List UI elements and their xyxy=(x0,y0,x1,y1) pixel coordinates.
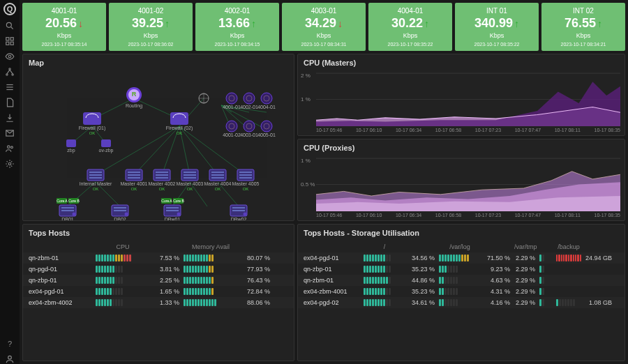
svg-text:OK: OK xyxy=(93,187,99,191)
map-body[interactable]: R Routing Firewall (01) OK Firewall (02)… xyxy=(23,71,294,221)
kpi-card[interactable]: 4001-02 39.25↑ Kbps 2023-10-17 08:36:02 xyxy=(109,3,193,51)
node-routing[interactable]: R Routing xyxy=(126,87,142,109)
svg-text:Core A: Core A xyxy=(57,199,68,203)
app-logo[interactable]: Q xyxy=(3,3,16,15)
list-icon[interactable] xyxy=(5,82,15,92)
root-value: 35.23 % xyxy=(410,266,435,273)
svg-line-10 xyxy=(7,70,10,74)
tmp-value: 2.29 % xyxy=(514,255,535,261)
kpi-card[interactable]: INT 01 340.99↑ Kbps 2023-10-17 08:35:22 xyxy=(455,3,539,51)
network-icon[interactable] xyxy=(5,67,15,77)
kpi-card[interactable]: 4002-01 13.66↑ Kbps 2023-10-17 08:34:15 xyxy=(195,3,279,51)
kpi-card[interactable]: INT 02 76.55↑ Kbps 2023-10-17 08:34:21 xyxy=(541,3,625,51)
node-circle[interactable]: 4002-01 xyxy=(240,93,258,109)
svg-text:Internal Master: Internal Master xyxy=(80,181,112,186)
node-master[interactable]: Master 4001OK xyxy=(121,169,148,191)
cpu-proxies-panel: CPU (Proxies) 1 % 0.5 % 10-17 05:4610-17… xyxy=(297,139,625,221)
node-db[interactable]: Core ACore BDBw01OK xyxy=(161,198,184,221)
doc-icon[interactable] xyxy=(5,98,15,107)
node-circle[interactable]: 4003-01 xyxy=(240,121,258,137)
node-db[interactable]: DBw02OK xyxy=(230,205,247,221)
node-firewall-1[interactable]: Firewall (01) OK xyxy=(79,112,106,135)
tmp-value: 2.29 % xyxy=(514,299,535,306)
users-icon[interactable] xyxy=(5,144,15,153)
log-value: 9.23 % xyxy=(485,266,510,273)
svg-text:Master 4001: Master 4001 xyxy=(121,181,148,186)
card-title: 4001-02 xyxy=(112,7,190,15)
svg-line-26 xyxy=(134,126,179,175)
node-ovzbp[interactable]: ov-zbp xyxy=(98,139,113,153)
table-row[interactable]: ex04-pgd-02 34.61 % 4.16 % 2.29 % 1.08 G… xyxy=(298,297,625,308)
node-master[interactable]: Master 4005OK xyxy=(232,169,260,191)
gear-icon[interactable] xyxy=(5,159,15,169)
search-icon[interactable] xyxy=(5,21,15,31)
node-circle[interactable]: 4001-01 xyxy=(223,93,241,109)
arrow-up-icon: ↑ xyxy=(424,18,429,29)
node-zbp[interactable]: zbp xyxy=(66,139,76,153)
svg-text:Core B: Core B xyxy=(173,199,184,203)
dashboard-icon[interactable] xyxy=(5,36,15,46)
svg-rect-49 xyxy=(170,112,188,125)
bar-gauge xyxy=(184,255,238,261)
table-row[interactable]: qn-zbm-01 44.86 % 4.63 % 2.29 % xyxy=(298,275,625,286)
node-circle[interactable]: 4001-02 xyxy=(223,121,241,137)
cpu-proxies-chart[interactable]: 1 % 0.5 % xyxy=(298,156,625,213)
node-globe[interactable] xyxy=(199,93,209,103)
table-row[interactable]: ex04-pgd-01 34.56 % 71.50 % 2.29 % 24.94… xyxy=(298,252,625,264)
svg-point-16 xyxy=(8,146,10,149)
card-unit: Kbps xyxy=(285,32,363,39)
svg-point-7 xyxy=(9,68,10,70)
download-icon[interactable] xyxy=(5,113,15,123)
bar-gauge xyxy=(96,277,150,284)
table-row[interactable]: qn-zbm-01 7.53 % 80.07 % xyxy=(23,252,294,264)
svg-point-134 xyxy=(177,213,181,216)
xtick: 10-17 07:23 xyxy=(475,213,501,218)
svg-text:OK: OK xyxy=(177,131,183,135)
cpu-masters-chart[interactable]: 2 % 1 % xyxy=(298,71,625,128)
hostname: qn-zbp-01 xyxy=(304,266,359,273)
mail-icon[interactable] xyxy=(5,128,15,138)
node-db[interactable]: Core ACore BDB01OK xyxy=(57,198,80,221)
main: 4001-01 20.56↓ Kbps 2023-10-17 08:35:144… xyxy=(20,0,628,364)
user-icon[interactable] xyxy=(5,354,15,364)
xtick: 10-17 05:46 xyxy=(316,213,342,218)
svg-point-63 xyxy=(261,93,272,104)
node-circle[interactable]: 4004-01 xyxy=(257,93,276,109)
svg-text:ov-zbp: ov-zbp xyxy=(98,148,113,153)
node-master[interactable]: Master 4004OK xyxy=(204,169,232,191)
panel-title: Tops Hosts xyxy=(23,225,294,241)
kpi-card[interactable]: 4001-01 20.56↓ Kbps 2023-10-17 08:35:14 xyxy=(22,3,106,51)
node-circle[interactable]: 4005-01 xyxy=(257,121,276,137)
kpi-card[interactable]: 4003-01 34.29↓ Kbps 2023-10-17 08:34:31 xyxy=(282,3,366,51)
eye-icon[interactable] xyxy=(5,52,15,61)
table-row[interactable]: ex04-pgd-01 1.65 % 72.84 % xyxy=(23,286,294,297)
mem-value: 76.43 % xyxy=(242,277,270,284)
panel-title: CPU (Proxies) xyxy=(298,139,625,156)
log-value: 4.31 % xyxy=(485,288,510,295)
node-db[interactable]: DB02OK xyxy=(112,205,128,221)
table-row[interactable]: qn-zbp-01 2.25 % 76.43 % xyxy=(23,275,294,286)
node-master[interactable]: Master 4002OK xyxy=(149,169,176,191)
card-title: 4004-01 xyxy=(371,7,449,15)
xticks: 10-17 05:4610-17 06:1010-17 06:3410-17 0… xyxy=(298,213,625,220)
bar-gauge xyxy=(364,266,405,273)
card-unit: Kbps xyxy=(112,32,190,39)
svg-rect-46 xyxy=(83,112,101,125)
table-row[interactable]: ex04-zbm-4001 35.23 % 4.31 % 2.29 % xyxy=(298,286,625,297)
node-master[interactable]: Master 4003OK xyxy=(177,169,204,191)
help-icon[interactable]: ? xyxy=(5,339,15,349)
bar-gauge xyxy=(364,277,405,284)
node-master[interactable]: Internal MasterOK xyxy=(80,169,112,191)
table-row[interactable]: ex04-zbm-4002 1.33 % 88.06 % xyxy=(23,297,294,308)
xtick: 10-17 08:35 xyxy=(595,213,620,218)
bar-gauge xyxy=(539,288,552,295)
root-value: 34.56 % xyxy=(410,255,435,261)
kpi-card[interactable]: 4004-01 30.22↑ Kbps 2023-10-17 08:35:22 xyxy=(368,3,452,51)
table-row[interactable]: qn-zbp-01 35.23 % 9.23 % 2.29 % xyxy=(298,264,625,275)
bar-gauge xyxy=(184,288,238,295)
svg-text:Firewall (01): Firewall (01) xyxy=(79,126,106,131)
table-row[interactable]: qn-pgd-01 3.81 % 77.93 % xyxy=(23,264,294,275)
map-panel: Map xyxy=(22,54,294,221)
svg-text:DB02: DB02 xyxy=(114,217,126,221)
bar-gauge xyxy=(539,299,552,306)
